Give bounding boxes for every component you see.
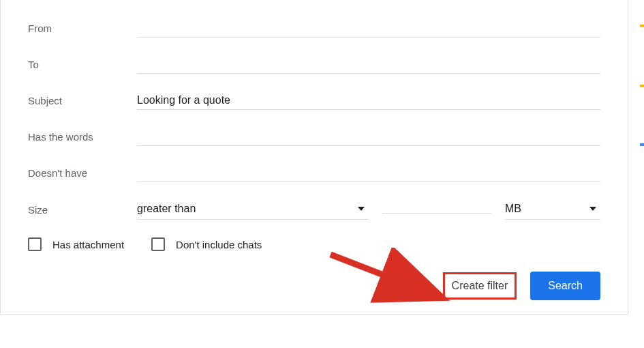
button-row: Create filter Search [28, 272, 600, 300]
has-attachment-label: Has attachment [52, 239, 124, 250]
size-unit-select[interactable]: MB [505, 200, 600, 220]
to-input[interactable] [137, 55, 600, 74]
has-words-input[interactable] [137, 128, 600, 146]
search-button[interactable]: Search [530, 272, 600, 300]
subject-row: Subject [28, 91, 600, 110]
subject-label: Subject [28, 95, 137, 106]
doesnt-have-input[interactable] [137, 164, 600, 182]
doesnt-have-row: Doesn't have [28, 164, 600, 182]
has-attachment-item: Has attachment [28, 237, 124, 251]
accent-bar [640, 85, 644, 87]
accent-bar [640, 143, 644, 146]
size-value-input[interactable] [382, 206, 491, 214]
size-unit-value: MB [505, 203, 521, 215]
has-attachment-checkbox[interactable] [28, 237, 42, 251]
size-operator-value: greater than [137, 203, 196, 215]
from-input[interactable] [137, 19, 600, 38]
size-label: Size [28, 204, 137, 216]
has-words-row: Has the words [28, 128, 600, 146]
from-row: From [28, 19, 600, 38]
dont-include-chats-label: Don't include chats [176, 239, 262, 250]
subject-input[interactable] [137, 91, 600, 110]
dont-include-chats-item: Don't include chats [151, 237, 262, 251]
chevron-down-icon [589, 207, 596, 211]
accent-bar [640, 25, 644, 27]
has-words-label: Has the words [28, 131, 137, 143]
doesnt-have-label: Doesn't have [28, 167, 137, 179]
checkbox-row: Has attachment Don't include chats [28, 237, 600, 251]
search-filter-panel: From To Subject Has the words Doesn't ha… [0, 0, 628, 315]
create-filter-highlight: Create filter [443, 272, 517, 300]
size-row: Size greater than MB [28, 200, 600, 220]
to-row: To [28, 55, 600, 74]
to-label: To [28, 59, 137, 70]
from-label: From [28, 23, 137, 34]
size-operator-select[interactable]: greater than [137, 200, 369, 220]
chevron-down-icon [358, 207, 365, 211]
dont-include-chats-checkbox[interactable] [151, 237, 165, 251]
create-filter-button[interactable]: Create filter [452, 280, 508, 292]
